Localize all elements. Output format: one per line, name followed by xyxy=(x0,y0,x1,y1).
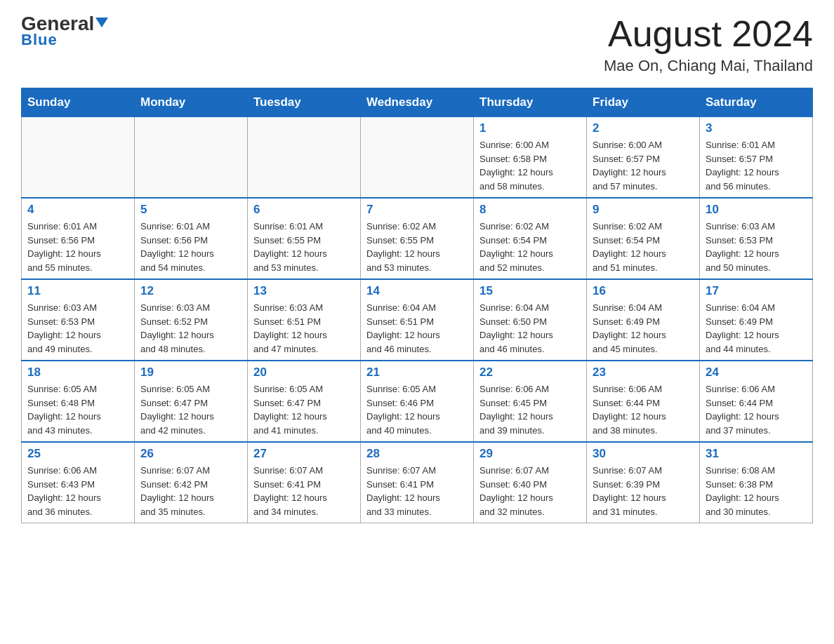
weekday-header-wednesday: Wednesday xyxy=(361,88,474,117)
calendar-cell: 19Sunrise: 6:05 AMSunset: 6:47 PMDayligh… xyxy=(135,361,248,442)
calendar-week-row: 18Sunrise: 6:05 AMSunset: 6:48 PMDayligh… xyxy=(22,361,813,442)
day-number: 24 xyxy=(706,365,807,380)
day-number: 17 xyxy=(706,284,807,298)
day-info: Sunrise: 6:06 AMSunset: 6:43 PMDaylight:… xyxy=(27,464,128,518)
calendar-cell: 9Sunrise: 6:02 AMSunset: 6:54 PMDaylight… xyxy=(587,198,700,279)
calendar-cell: 10Sunrise: 6:03 AMSunset: 6:53 PMDayligh… xyxy=(700,198,813,279)
calendar-cell: 6Sunrise: 6:01 AMSunset: 6:55 PMDaylight… xyxy=(248,198,361,279)
calendar-cell: 16Sunrise: 6:04 AMSunset: 6:49 PMDayligh… xyxy=(587,279,700,361)
calendar-cell: 29Sunrise: 6:07 AMSunset: 6:40 PMDayligh… xyxy=(474,442,587,523)
day-number: 11 xyxy=(27,284,128,298)
calendar-week-row: 4Sunrise: 6:01 AMSunset: 6:56 PMDaylight… xyxy=(22,198,813,279)
day-number: 31 xyxy=(706,447,807,461)
day-info: Sunrise: 6:07 AMSunset: 6:41 PMDaylight:… xyxy=(366,464,468,518)
calendar-cell: 1Sunrise: 6:00 AMSunset: 6:58 PMDaylight… xyxy=(474,117,587,199)
day-info: Sunrise: 6:03 AMSunset: 6:52 PMDaylight:… xyxy=(140,301,241,356)
calendar-cell: 31Sunrise: 6:08 AMSunset: 6:38 PMDayligh… xyxy=(700,442,813,523)
calendar-cell: 5Sunrise: 6:01 AMSunset: 6:56 PMDaylight… xyxy=(135,198,248,279)
weekday-header-thursday: Thursday xyxy=(474,88,587,117)
day-info: Sunrise: 6:01 AMSunset: 6:55 PMDaylight:… xyxy=(253,220,355,274)
weekday-header-tuesday: Tuesday xyxy=(248,88,361,117)
calendar-cell: 3Sunrise: 6:01 AMSunset: 6:57 PMDaylight… xyxy=(700,117,813,199)
day-info: Sunrise: 6:04 AMSunset: 6:49 PMDaylight:… xyxy=(593,301,694,356)
day-info: Sunrise: 6:07 AMSunset: 6:39 PMDaylight:… xyxy=(593,464,694,518)
day-info: Sunrise: 6:05 AMSunset: 6:48 PMDaylight:… xyxy=(27,382,128,437)
day-number: 28 xyxy=(366,447,468,461)
page-header: General Blue August 2024 Mae On, Chiang … xyxy=(21,14,813,75)
calendar-cell: 27Sunrise: 6:07 AMSunset: 6:41 PMDayligh… xyxy=(248,442,361,523)
day-info: Sunrise: 6:01 AMSunset: 6:56 PMDaylight:… xyxy=(140,220,241,274)
day-number: 10 xyxy=(706,203,807,217)
calendar-cell xyxy=(248,117,361,199)
day-number: 2 xyxy=(593,121,694,135)
day-number: 14 xyxy=(366,284,468,298)
day-number: 12 xyxy=(140,284,241,298)
logo-blue-text: Blue xyxy=(21,31,58,49)
day-info: Sunrise: 6:07 AMSunset: 6:40 PMDaylight:… xyxy=(479,464,581,518)
day-number: 4 xyxy=(27,203,128,217)
calendar-cell: 26Sunrise: 6:07 AMSunset: 6:42 PMDayligh… xyxy=(135,442,248,523)
day-number: 29 xyxy=(479,447,581,461)
day-number: 5 xyxy=(140,203,241,217)
day-number: 13 xyxy=(253,284,355,298)
calendar-cell xyxy=(135,117,248,199)
day-number: 1 xyxy=(479,121,581,135)
day-number: 18 xyxy=(27,365,128,380)
day-number: 27 xyxy=(253,447,355,461)
day-info: Sunrise: 6:04 AMSunset: 6:51 PMDaylight:… xyxy=(366,301,468,356)
weekday-header-friday: Friday xyxy=(587,88,700,117)
day-number: 15 xyxy=(479,284,581,298)
calendar-cell: 11Sunrise: 6:03 AMSunset: 6:53 PMDayligh… xyxy=(22,279,135,361)
day-info: Sunrise: 6:00 AMSunset: 6:57 PMDaylight:… xyxy=(593,138,694,193)
calendar-cell: 13Sunrise: 6:03 AMSunset: 6:51 PMDayligh… xyxy=(248,279,361,361)
calendar-cell: 20Sunrise: 6:05 AMSunset: 6:47 PMDayligh… xyxy=(248,361,361,442)
weekday-header-saturday: Saturday xyxy=(700,88,813,117)
day-number: 23 xyxy=(593,365,694,380)
month-title: August 2024 xyxy=(604,14,813,54)
day-number: 7 xyxy=(366,203,468,217)
calendar-cell xyxy=(22,117,135,199)
calendar-cell xyxy=(361,117,474,199)
calendar-cell: 12Sunrise: 6:03 AMSunset: 6:52 PMDayligh… xyxy=(135,279,248,361)
day-info: Sunrise: 6:02 AMSunset: 6:55 PMDaylight:… xyxy=(366,220,468,274)
day-number: 6 xyxy=(253,203,355,217)
day-info: Sunrise: 6:06 AMSunset: 6:44 PMDaylight:… xyxy=(706,382,807,437)
logo: General Blue xyxy=(21,14,108,49)
day-number: 30 xyxy=(593,447,694,461)
calendar-cell: 15Sunrise: 6:04 AMSunset: 6:50 PMDayligh… xyxy=(474,279,587,361)
day-info: Sunrise: 6:03 AMSunset: 6:51 PMDaylight:… xyxy=(253,301,355,356)
calendar-cell: 17Sunrise: 6:04 AMSunset: 6:49 PMDayligh… xyxy=(700,279,813,361)
day-number: 8 xyxy=(479,203,581,217)
calendar-table: SundayMondayTuesdayWednesdayThursdayFrid… xyxy=(21,88,813,523)
day-info: Sunrise: 6:00 AMSunset: 6:58 PMDaylight:… xyxy=(479,138,581,193)
day-info: Sunrise: 6:05 AMSunset: 6:47 PMDaylight:… xyxy=(253,382,355,437)
calendar-cell: 7Sunrise: 6:02 AMSunset: 6:55 PMDaylight… xyxy=(361,198,474,279)
day-info: Sunrise: 6:04 AMSunset: 6:50 PMDaylight:… xyxy=(479,301,581,356)
day-info: Sunrise: 6:01 AMSunset: 6:56 PMDaylight:… xyxy=(27,220,128,274)
day-number: 22 xyxy=(479,365,581,380)
day-info: Sunrise: 6:05 AMSunset: 6:46 PMDaylight:… xyxy=(366,382,468,437)
day-info: Sunrise: 6:04 AMSunset: 6:49 PMDaylight:… xyxy=(706,301,807,356)
day-number: 19 xyxy=(140,365,241,380)
calendar-cell: 25Sunrise: 6:06 AMSunset: 6:43 PMDayligh… xyxy=(22,442,135,523)
calendar-cell: 18Sunrise: 6:05 AMSunset: 6:48 PMDayligh… xyxy=(22,361,135,442)
day-info: Sunrise: 6:06 AMSunset: 6:44 PMDaylight:… xyxy=(593,382,694,437)
calendar-cell: 28Sunrise: 6:07 AMSunset: 6:41 PMDayligh… xyxy=(361,442,474,523)
location-title: Mae On, Chiang Mai, Thailand xyxy=(604,57,813,75)
weekday-header-monday: Monday xyxy=(135,88,248,117)
calendar-cell: 8Sunrise: 6:02 AMSunset: 6:54 PMDaylight… xyxy=(474,198,587,279)
day-number: 20 xyxy=(253,365,355,380)
calendar-cell: 24Sunrise: 6:06 AMSunset: 6:44 PMDayligh… xyxy=(700,361,813,442)
day-number: 21 xyxy=(366,365,468,380)
calendar-header-row: SundayMondayTuesdayWednesdayThursdayFrid… xyxy=(22,88,813,117)
day-info: Sunrise: 6:03 AMSunset: 6:53 PMDaylight:… xyxy=(706,220,807,274)
calendar-cell: 30Sunrise: 6:07 AMSunset: 6:39 PMDayligh… xyxy=(587,442,700,523)
day-info: Sunrise: 6:05 AMSunset: 6:47 PMDaylight:… xyxy=(140,382,241,437)
calendar-cell: 4Sunrise: 6:01 AMSunset: 6:56 PMDaylight… xyxy=(22,198,135,279)
day-info: Sunrise: 6:08 AMSunset: 6:38 PMDaylight:… xyxy=(706,464,807,518)
calendar-cell: 21Sunrise: 6:05 AMSunset: 6:46 PMDayligh… xyxy=(361,361,474,442)
calendar-cell: 14Sunrise: 6:04 AMSunset: 6:51 PMDayligh… xyxy=(361,279,474,361)
day-info: Sunrise: 6:02 AMSunset: 6:54 PMDaylight:… xyxy=(479,220,581,274)
day-info: Sunrise: 6:02 AMSunset: 6:54 PMDaylight:… xyxy=(593,220,694,274)
day-info: Sunrise: 6:03 AMSunset: 6:53 PMDaylight:… xyxy=(27,301,128,356)
